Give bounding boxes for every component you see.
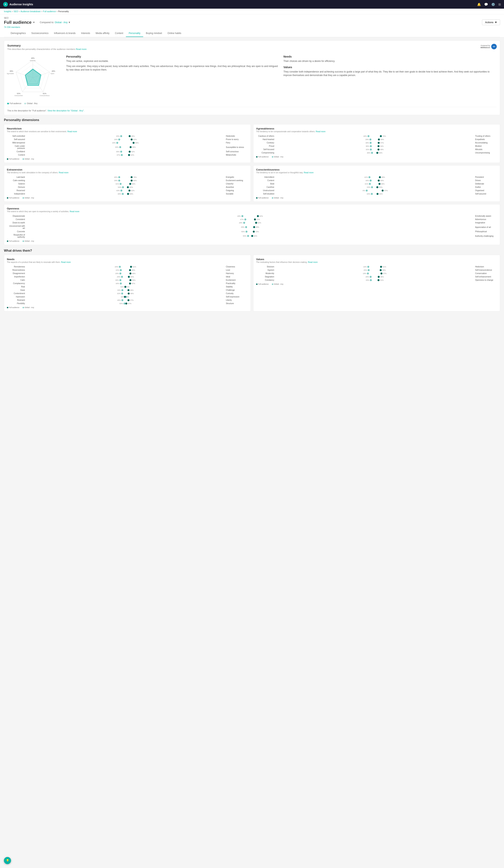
personality-text2: They are energetic: they enjoy a fast-pa…: [66, 64, 280, 72]
tab-demographics[interactable]: Demographics: [8, 30, 29, 37]
svg-text:Conscientious: Conscientious: [40, 95, 50, 96]
breadcrumb: Insights › SEO › Audience breakdown › Fu…: [0, 9, 504, 14]
agreeableness-traits: Cautious of others40%70%Trusting of othe…: [256, 135, 497, 154]
extraversion-read-more[interactable]: Read more: [59, 172, 69, 174]
audience-title: Full audience ▼: [4, 20, 35, 25]
settings-icon[interactable]: ⚙️: [491, 2, 495, 6]
ibm-badge: Powered byIBMWatson IBM: [481, 44, 497, 49]
svg-text:Open: Open: [51, 73, 54, 74]
breadcrumb-seo[interactable]: SEO: [14, 10, 18, 13]
actions-button[interactable]: Actions ▼: [482, 19, 500, 25]
drives-needs-traits: Remoteness20%51%Closeness Reservedness22…: [7, 266, 248, 304]
breadcrumb-insights[interactable]: Insights: [4, 10, 11, 13]
compared-to-link[interactable]: Global - Any: [55, 21, 67, 24]
actions-chevron: ▼: [495, 21, 497, 24]
svg-text:52%: 52%: [17, 93, 20, 94]
breadcrumb-current: Personality: [58, 10, 69, 13]
radar-chart: 49% Neurotic 49% Open 61% Conscientious …: [7, 55, 62, 104]
svg-text:Agreeable: Agreeable: [7, 73, 14, 74]
needs-text: Their choices are driven by a desire for…: [283, 59, 497, 63]
main-content: Summary This describes the personality c…: [0, 37, 504, 314]
tab-interests[interactable]: Interests: [78, 30, 93, 37]
breadcrumb-full-audience[interactable]: Full audience: [43, 10, 56, 13]
drives-values-title: Values: [256, 258, 497, 261]
openness-read-more[interactable]: Read more: [70, 210, 79, 213]
svg-marker-10: [25, 69, 41, 85]
conscientiousness-traits: Intermittent41%69%Persistent Content44%6…: [256, 176, 497, 195]
openness-card: Openness The extent to which they are op…: [4, 204, 500, 245]
agreeableness-desc: The tendency to be compassionate and coo…: [256, 131, 497, 133]
personality-text1: They are active, explosive and excitable…: [66, 59, 280, 63]
summary-desc: This describes the personality character…: [7, 48, 87, 50]
view-global-link[interactable]: View the description for "Global - Any".: [48, 110, 84, 112]
tab-buying-mindset[interactable]: Buying mindset: [143, 30, 165, 37]
tab-media-affinity[interactable]: Media affinity: [93, 30, 112, 37]
legend-dot-global: [24, 103, 26, 104]
page-label: SEO: [4, 17, 500, 19]
summary-footer: This is the description for "Full audien…: [7, 110, 497, 112]
personality-col: Personality They are active, explosive a…: [66, 55, 280, 104]
audience-row: Full audience ▼ Compared to: Global - An…: [4, 19, 500, 25]
chat-icon[interactable]: 💬: [484, 2, 488, 6]
tab-influencers-brands[interactable]: Influencers & brands: [51, 30, 78, 37]
drives-needs-desc: The aspects of a product that are likely…: [7, 261, 248, 263]
summary-content: 49% Neurotic 49% Open 61% Conscientious …: [7, 55, 497, 104]
bell-icon[interactable]: 🔔: [477, 2, 481, 6]
drives-needs-read-more[interactable]: Read more: [61, 261, 71, 263]
grid-icon[interactable]: ⊞: [498, 2, 501, 6]
conscientiousness-title: Conscientiousness: [256, 168, 497, 171]
nav-tabs: Demographics Socioeconomics Influencers …: [4, 30, 500, 37]
neuroticism-read-more[interactable]: Read more: [67, 131, 77, 133]
summary-card: Summary This describes the personality c…: [4, 41, 500, 115]
personality-dimensions-section: Personality dimensions Neuroticism The e…: [4, 118, 500, 245]
drives-needs-title: Needs: [7, 258, 248, 261]
drives-values-card: Values The motivating factors that influ…: [253, 255, 500, 311]
tab-personality[interactable]: Personality: [126, 30, 143, 37]
neuroticism-traits: Self-controlled25%35%Hedonistic Self-ass…: [7, 135, 248, 156]
agreeableness-card: Agreeableness The tendency to be compass…: [253, 124, 500, 163]
values-text: They consider both independence and achi…: [283, 70, 497, 77]
svg-text:49%: 49%: [31, 57, 34, 59]
app-logo: A: [3, 2, 8, 7]
summary-read-more[interactable]: Read more: [76, 48, 86, 50]
dimensions-grid: Neuroticism The extent to which their em…: [4, 124, 500, 202]
svg-text:Neurotic: Neurotic: [30, 60, 36, 62]
openness-title: Openness: [7, 207, 497, 210]
ibm-logo: IBM: [491, 44, 497, 49]
neuroticism-card: Neuroticism The extent to which their em…: [4, 124, 251, 163]
conscientiousness-read-more[interactable]: Read more: [304, 172, 314, 174]
openness-traits: Dispassionate18%62%Emotionally aware Con…: [7, 215, 497, 238]
neuroticism-title: Neuroticism: [7, 127, 248, 130]
drives-grid: Needs The aspects of a product that are …: [4, 255, 500, 311]
what-drives-section: What drives them? Needs The aspects of a…: [4, 249, 500, 311]
tab-socioeconomics[interactable]: Socioeconomics: [29, 30, 51, 37]
drives-values-read-more[interactable]: Read more: [308, 261, 317, 263]
drives-values-traits: Stoicism16%51%Hedonism Egoism25%59%Self-…: [256, 266, 497, 281]
radar-legend: Full audience Global - Any: [7, 102, 62, 104]
extraversion-desc: The tendency to seek stimulation in the …: [7, 172, 248, 174]
header: A Audiense Insights 🔔 💬 ⚙️ ⊞: [0, 0, 504, 9]
svg-text:61%: 61%: [43, 93, 46, 94]
svg-text:39%: 39%: [10, 70, 13, 72]
svg-text:49%: 49%: [52, 70, 55, 72]
drives-needs-card: Needs The aspects of a product that are …: [4, 255, 251, 311]
drives-title: What drives them?: [4, 249, 500, 252]
audience-dropdown-arrow[interactable]: ▼: [33, 21, 35, 24]
legend-dot-full: [7, 103, 9, 104]
dimensions-title: Personality dimensions: [4, 118, 500, 122]
agreeableness-read-more[interactable]: Read more: [316, 131, 325, 133]
members-count: 74 334 members: [4, 26, 500, 30]
page-header: SEO Full audience ▼ Compared to: Global …: [0, 14, 504, 37]
conscientiousness-card: Conscientiousness The tendency to act in…: [253, 165, 500, 202]
conscientiousness-desc: The tendency to act in an organised or t…: [256, 172, 497, 174]
drives-values-desc: The motivating factors that influence th…: [256, 261, 497, 263]
neuroticism-desc: The extent to which their emotions are s…: [7, 131, 248, 133]
summary-title: Summary: [7, 44, 87, 47]
tab-content[interactable]: Content: [112, 30, 126, 37]
needs-values-col: Needs Their choices are driven by a desi…: [283, 55, 497, 104]
breadcrumb-audience-breakdown[interactable]: Audience breakdown: [21, 10, 41, 13]
values-title: Values: [283, 66, 497, 69]
tab-online-habits[interactable]: Online habits: [165, 30, 184, 37]
extraversion-card: Extraversion The tendency to seek stimul…: [4, 165, 251, 202]
personality-section-title: Personality: [66, 55, 280, 58]
